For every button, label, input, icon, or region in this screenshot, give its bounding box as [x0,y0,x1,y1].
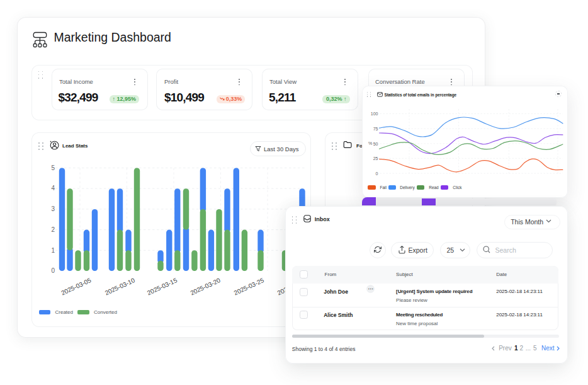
svg-text:3: 3 [51,205,55,212]
svg-text:100: 100 [370,112,378,116]
svg-text:5: 5 [51,164,55,171]
svg-text:2025-03-25: 2025-03-25 [233,277,265,297]
svg-text:75: 75 [373,126,378,130]
svg-text:2: 2 [51,226,55,233]
svg-text:1: 1 [51,247,55,254]
svg-text:%: % [368,141,371,146]
svg-text:2025-03-10: 2025-03-10 [104,277,136,297]
svg-text:0: 0 [51,267,55,274]
svg-text:4: 4 [51,185,55,192]
svg-text:50: 50 [373,141,378,146]
svg-text:25: 25 [373,156,378,161]
svg-text:2025-03-20: 2025-03-20 [189,277,222,297]
svg-text:2025-03-05: 2025-03-05 [60,277,92,297]
svg-text:2025-03-15: 2025-03-15 [146,277,178,297]
svg-text:0: 0 [375,171,378,175]
